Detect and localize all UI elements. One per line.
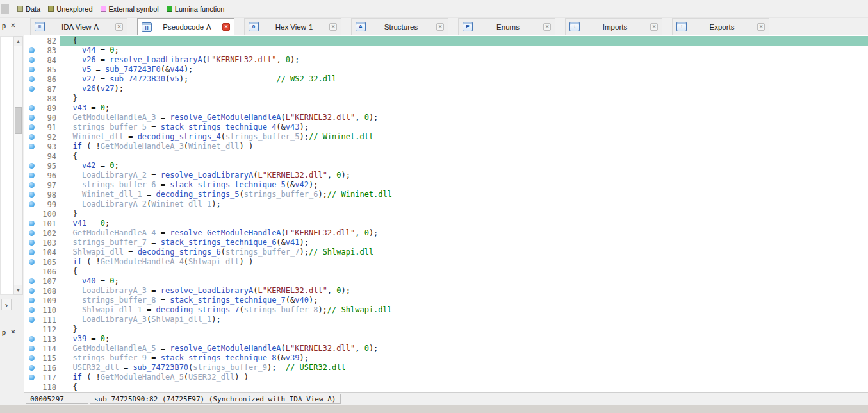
code-text[interactable]: Shlwapi_dll_1 = decoding_strings_7(strin… xyxy=(60,305,868,315)
code-text[interactable]: GetModuleHandleA_3 = resolve_GetModuleHa… xyxy=(60,113,868,122)
structures-icon: A xyxy=(356,22,366,31)
ida-view-icon: ≡ xyxy=(35,22,45,31)
tab-imports[interactable]: ↓Imports✕ xyxy=(565,18,662,35)
tab-exports[interactable]: ↑Exports✕ xyxy=(672,18,769,35)
code-line: 115 strings_buffer_9 = stack_strings_tec… xyxy=(24,353,868,363)
code-text[interactable]: v26(v27); xyxy=(60,84,868,94)
code-line: 105 if ( !GetModuleHandleA_4(Shlwapi_dll… xyxy=(24,257,868,267)
line-bullet-cell xyxy=(24,132,38,142)
close-tab-icon[interactable]: ✕ xyxy=(543,23,551,31)
legend-item-unexplored: Unexplored xyxy=(48,5,92,13)
code-text[interactable]: strings_buffer_8 = stack_strings_techniq… xyxy=(60,296,868,305)
expand-panel-button[interactable]: › xyxy=(1,299,12,310)
code-text[interactable]: GetModuleHandleA_5 = resolve_GetModuleHa… xyxy=(60,344,868,353)
code-text[interactable]: { xyxy=(60,267,868,276)
line-bullet-cell xyxy=(24,267,38,276)
code-text[interactable]: Wininet_dll_1 = decoding_strings_5(strin… xyxy=(60,190,868,199)
code-text[interactable]: Shlwapi_dll = decoding_strings_6(strings… xyxy=(60,248,868,257)
code-text[interactable]: if ( !GetModuleHandleA_3(Wininet_dll) ) xyxy=(60,142,868,151)
line-number: 84 xyxy=(38,56,60,65)
line-bullet-cell xyxy=(24,171,38,180)
code-text[interactable]: } xyxy=(60,324,868,334)
close-tab-icon[interactable]: ✕ xyxy=(222,23,230,31)
code-text[interactable]: LoadLibraryA_2 = resolve_LoadLibraryA(L"… xyxy=(60,171,868,180)
code-line: 95 v42 = 0; xyxy=(24,161,868,171)
code-text[interactable]: LoadLibraryA_3 = resolve_LoadLibraryA(L"… xyxy=(60,286,868,296)
line-bullet-icon xyxy=(29,307,35,313)
status-bar: 00005297 sub_74725D90:82 (74725E97) (Syn… xyxy=(24,392,868,405)
code-text[interactable]: LoadLibraryA_2(Wininet_dll_1); xyxy=(60,199,868,209)
code-line: 117 if ( !GetModuleHandleA_5(USER32_dll)… xyxy=(24,373,868,382)
line-bullet-icon xyxy=(29,365,35,371)
line-bullet-cell xyxy=(24,180,38,190)
tab-pseudocode-a[interactable]: {}Pseudocode-A✕ xyxy=(137,18,234,35)
code-text[interactable]: } xyxy=(60,209,868,219)
code-text[interactable]: v40 = 0; xyxy=(60,276,868,286)
close-tab-icon[interactable]: ✕ xyxy=(650,23,658,31)
code-text[interactable]: LoadLibraryA_3(Shlwapi_dll_1); xyxy=(60,315,868,324)
code-line: 106 { xyxy=(24,267,868,276)
tab-structures[interactable]: AStructures✕ xyxy=(351,18,448,35)
scrollbar-thumb[interactable] xyxy=(15,107,22,134)
line-bullet-cell xyxy=(24,315,38,324)
panel-content xyxy=(0,36,13,295)
code-text[interactable]: v42 = 0; xyxy=(60,161,868,171)
code-text[interactable]: v5 = sub_747243F0(&v44); xyxy=(60,65,868,74)
tab-enums[interactable]: EEnums✕ xyxy=(458,18,555,35)
code-text[interactable]: v44 = 0; xyxy=(60,46,868,55)
code-text[interactable]: strings_buffer_9 = stack_strings_techniq… xyxy=(60,353,868,363)
code-text[interactable]: if ( !GetModuleHandleA_5(USER32_dll) ) xyxy=(60,373,868,382)
line-bullet-icon xyxy=(29,67,35,72)
line-number: 93 xyxy=(38,142,60,151)
code-text[interactable]: v43 = 0; xyxy=(60,103,868,113)
code-text[interactable]: { xyxy=(60,36,868,46)
line-bullet-cell xyxy=(24,84,38,94)
code-text[interactable]: Wininet_dll = decoding_strings_4(strings… xyxy=(60,132,868,142)
ida-window: DataUnexploredExternal symbolLumina func… xyxy=(0,0,868,413)
line-bullet-icon xyxy=(29,375,35,380)
line-number: 86 xyxy=(38,75,60,84)
code-area[interactable]: 82 {83 v44 = 0;84 v26 = resolve_LoadLibr… xyxy=(24,35,868,392)
close-panel-icon[interactable]: ✕ xyxy=(10,22,15,29)
code-line: 94 { xyxy=(24,151,868,161)
toolbar-stub xyxy=(1,4,9,14)
close-tab-icon[interactable]: ✕ xyxy=(757,23,765,31)
code-line: 104 Shlwapi_dll = decoding_strings_6(str… xyxy=(24,248,868,257)
legend-items: DataUnexploredExternal symbolLumina func… xyxy=(17,5,224,13)
close-tab-icon[interactable]: ✕ xyxy=(329,23,337,31)
right-column: ≡IDA View-A✕{}Pseudocode-A✕0Hex View-1✕A… xyxy=(24,18,868,405)
code-text[interactable]: GetModuleHandleA_4 = resolve_GetModuleHa… xyxy=(60,228,868,238)
code-text[interactable]: v26 = resolve_LoadLibraryA(L"KERNEL32.dl… xyxy=(60,55,868,65)
line-number: 111 xyxy=(38,316,60,324)
hex-view-icon: 0 xyxy=(249,22,259,31)
close-tab-icon[interactable]: ✕ xyxy=(436,23,444,31)
close-panel-icon[interactable]: ✕ xyxy=(10,329,15,335)
code-text[interactable]: { xyxy=(60,382,868,392)
scroll-down-icon[interactable]: ▼ xyxy=(14,285,22,294)
line-bullet-cell xyxy=(24,36,38,46)
code-text[interactable]: strings_buffer_6 = stack_strings_techniq… xyxy=(60,180,868,190)
main-row: p ✕ ▲ ▼ › p ✕ ≡IDA View-A✕{}Pseudocode-A… xyxy=(0,18,868,405)
line-bullet-icon xyxy=(29,278,35,284)
tab-hex-view-1[interactable]: 0Hex View-1✕ xyxy=(244,18,341,35)
code-text[interactable]: USER32_dll = sub_74723B70(strings_buffer… xyxy=(60,363,868,373)
line-bullet-icon xyxy=(29,240,35,246)
code-text[interactable]: v39 = 0; xyxy=(60,334,868,344)
line-number: 105 xyxy=(38,258,60,267)
line-bullet-icon xyxy=(29,86,35,92)
code-text[interactable]: if ( !GetModuleHandleA_4(Shlwapi_dll) ) xyxy=(60,257,868,267)
line-bullet-cell xyxy=(24,353,38,363)
code-text[interactable]: } xyxy=(60,94,868,103)
code-text[interactable]: { xyxy=(60,151,868,161)
line-bullet-cell xyxy=(24,334,38,344)
code-text[interactable]: strings_buffer_7 = stack_strings_techniq… xyxy=(60,238,868,248)
vertical-scrollbar[interactable]: ▲ ▼ xyxy=(13,36,23,295)
code-line: 103 strings_buffer_7 = stack_strings_tec… xyxy=(24,238,868,248)
line-bullet-cell xyxy=(24,199,38,209)
close-tab-icon[interactable]: ✕ xyxy=(115,23,123,31)
scroll-up-icon[interactable]: ▲ xyxy=(14,37,22,46)
code-text[interactable]: v41 = 0; xyxy=(60,219,868,228)
tab-ida-view-a[interactable]: ≡IDA View-A✕ xyxy=(30,18,127,35)
code-text[interactable]: v27 = sub_74723B30(v5); // WS2_32.dll xyxy=(60,74,868,84)
code-text[interactable]: strings_buffer_5 = stack_strings_techniq… xyxy=(60,122,868,132)
